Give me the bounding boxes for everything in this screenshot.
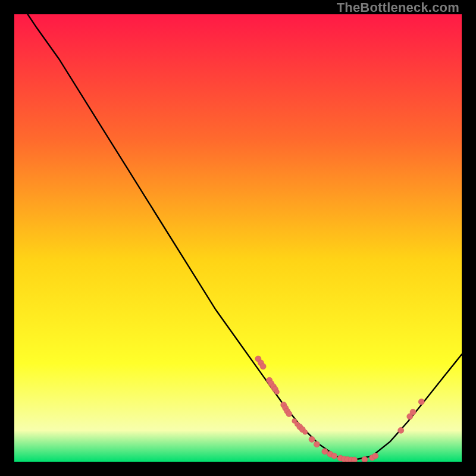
data-point bbox=[418, 399, 424, 405]
data-point bbox=[372, 453, 378, 459]
chart-frame bbox=[14, 14, 462, 462]
data-point bbox=[322, 449, 328, 455]
data-point bbox=[286, 411, 292, 417]
watermark-text: TheBottleneck.com bbox=[337, 0, 459, 15]
gradient-background bbox=[14, 14, 462, 462]
bottleneck-chart bbox=[14, 14, 462, 462]
data-point bbox=[303, 430, 308, 434]
data-point bbox=[274, 390, 279, 394]
data-point bbox=[410, 409, 416, 415]
data-point bbox=[309, 436, 315, 442]
data-point bbox=[352, 457, 358, 462]
data-point bbox=[398, 427, 404, 433]
data-point bbox=[260, 364, 266, 369]
data-point bbox=[331, 453, 337, 459]
data-point bbox=[314, 441, 320, 447]
data-point bbox=[362, 456, 368, 462]
